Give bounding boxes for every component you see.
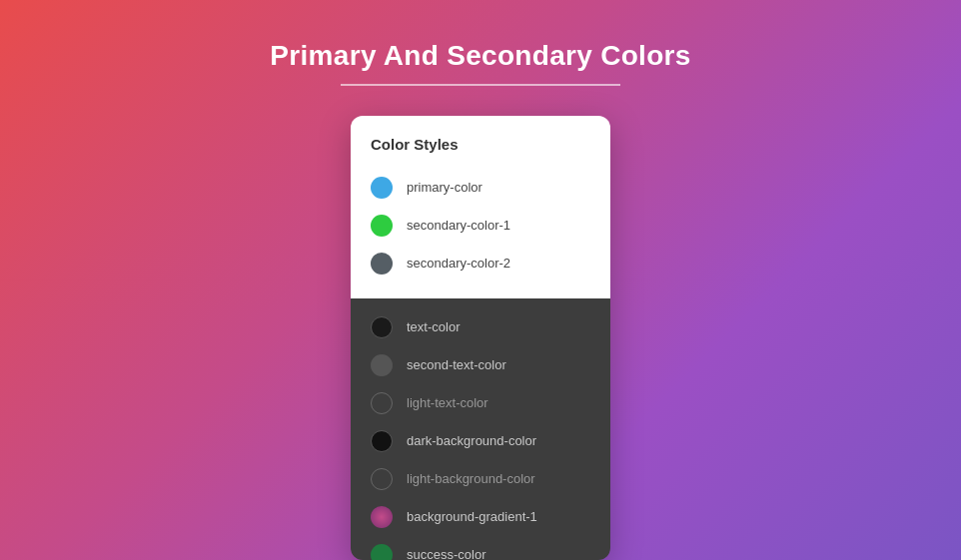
secondary-color-1-label: secondary-color-1	[407, 218, 510, 233]
list-item: secondary-color-2	[371, 245, 590, 282]
page-title: Primary And Secondary Colors	[270, 40, 690, 72]
light-background-color-label: light-background-color	[407, 471, 535, 486]
secondary-color-1-dot	[371, 215, 393, 237]
primary-color-label: primary-color	[407, 180, 482, 195]
list-item: success-color	[371, 536, 590, 560]
light-background-color-dot	[371, 468, 393, 490]
secondary-color-2-label: secondary-color-2	[407, 256, 510, 271]
color-panel: Color Styles primary-color secondary-col…	[351, 116, 610, 560]
panel-title: Color Styles	[371, 136, 590, 153]
dark-background-color-label: dark-background-color	[407, 433, 536, 448]
secondary-color-2-dot	[371, 253, 393, 275]
primary-color-dot	[371, 177, 393, 199]
list-item: background-gradient-1	[371, 498, 590, 536]
list-item: light-text-color	[371, 384, 590, 422]
light-text-color-label: light-text-color	[407, 395, 488, 410]
second-text-color-label: second-text-color	[407, 357, 506, 372]
panel-bottom-section: text-color second-text-color light-text-…	[351, 298, 610, 560]
list-item: secondary-color-1	[371, 207, 590, 245]
list-item: light-background-color	[371, 460, 590, 498]
dark-background-color-dot	[371, 430, 393, 452]
panel-top-section: Color Styles primary-color secondary-col…	[351, 116, 610, 298]
text-color-label: text-color	[407, 319, 460, 334]
list-item: text-color	[371, 308, 590, 346]
second-text-color-dot	[371, 354, 393, 376]
background-gradient-1-label: background-gradient-1	[407, 509, 537, 524]
text-color-dot	[371, 316, 393, 338]
list-item: dark-background-color	[371, 422, 590, 460]
background-gradient-1-dot	[371, 506, 393, 528]
light-text-color-dot	[371, 392, 393, 414]
success-color-dot	[371, 544, 393, 560]
success-color-label: success-color	[407, 547, 485, 560]
list-item: primary-color	[371, 169, 590, 207]
list-item: second-text-color	[371, 346, 590, 384]
title-divider	[341, 84, 620, 86]
